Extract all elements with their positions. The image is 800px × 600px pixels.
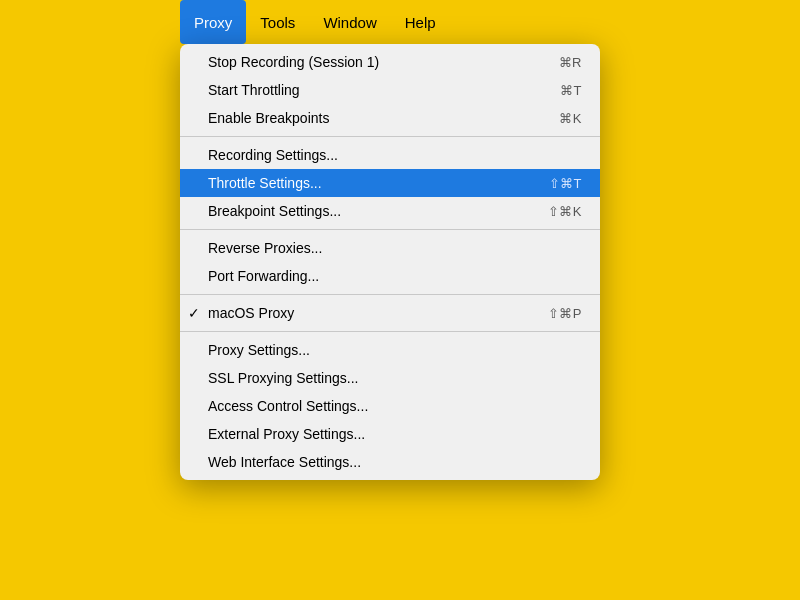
start-throttling-shortcut: ⌘T: [560, 83, 582, 98]
throttle-settings-shortcut: ⇧⌘T: [549, 176, 582, 191]
menubar: Proxy Tools Window Help: [180, 0, 450, 44]
menu-item-port-forwarding[interactable]: Port Forwarding...: [180, 262, 600, 290]
breakpoint-settings-shortcut: ⇧⌘K: [548, 204, 582, 219]
start-throttling-label: Start Throttling: [208, 82, 560, 98]
stop-recording-shortcut: ⌘R: [559, 55, 582, 70]
separator-2: [180, 229, 600, 230]
menu-item-recording-settings[interactable]: Recording Settings...: [180, 141, 600, 169]
menu-item-external-proxy-settings[interactable]: External Proxy Settings...: [180, 420, 600, 448]
menu-item-macos-proxy[interactable]: ✓ macOS Proxy ⇧⌘P: [180, 299, 600, 327]
recording-settings-label: Recording Settings...: [208, 147, 582, 163]
menubar-item-tools[interactable]: Tools: [246, 0, 309, 44]
menu-item-breakpoint-settings[interactable]: Breakpoint Settings... ⇧⌘K: [180, 197, 600, 225]
menu-item-ssl-proxying-settings[interactable]: SSL Proxying Settings...: [180, 364, 600, 392]
separator-3: [180, 294, 600, 295]
macos-proxy-checkmark: ✓: [188, 305, 200, 321]
menubar-item-help[interactable]: Help: [391, 0, 450, 44]
separator-1: [180, 136, 600, 137]
external-proxy-settings-label: External Proxy Settings...: [208, 426, 582, 442]
access-control-settings-label: Access Control Settings...: [208, 398, 582, 414]
macos-proxy-label: macOS Proxy: [208, 305, 548, 321]
menu-item-throttle-settings[interactable]: Throttle Settings... ⇧⌘T: [180, 169, 600, 197]
enable-breakpoints-label: Enable Breakpoints: [208, 110, 559, 126]
menubar-item-proxy[interactable]: Proxy: [180, 0, 246, 44]
breakpoint-settings-label: Breakpoint Settings...: [208, 203, 548, 219]
ssl-proxying-settings-label: SSL Proxying Settings...: [208, 370, 582, 386]
menu-item-stop-recording[interactable]: Stop Recording (Session 1) ⌘R: [180, 48, 600, 76]
proxy-settings-label: Proxy Settings...: [208, 342, 582, 358]
enable-breakpoints-shortcut: ⌘K: [559, 111, 582, 126]
throttle-settings-label: Throttle Settings...: [208, 175, 549, 191]
menubar-window-label: Window: [323, 14, 376, 31]
menubar-tools-label: Tools: [260, 14, 295, 31]
separator-4: [180, 331, 600, 332]
menubar-help-label: Help: [405, 14, 436, 31]
web-interface-settings-label: Web Interface Settings...: [208, 454, 582, 470]
menu-item-start-throttling[interactable]: Start Throttling ⌘T: [180, 76, 600, 104]
menu-item-proxy-settings[interactable]: Proxy Settings...: [180, 336, 600, 364]
menu-item-enable-breakpoints[interactable]: Enable Breakpoints ⌘K: [180, 104, 600, 132]
macos-proxy-shortcut: ⇧⌘P: [548, 306, 582, 321]
menubar-proxy-label: Proxy: [194, 14, 232, 31]
stop-recording-label: Stop Recording (Session 1): [208, 54, 559, 70]
port-forwarding-label: Port Forwarding...: [208, 268, 582, 284]
proxy-dropdown-menu: Stop Recording (Session 1) ⌘R Start Thro…: [180, 44, 600, 480]
menu-item-reverse-proxies[interactable]: Reverse Proxies...: [180, 234, 600, 262]
reverse-proxies-label: Reverse Proxies...: [208, 240, 582, 256]
menu-item-access-control-settings[interactable]: Access Control Settings...: [180, 392, 600, 420]
menu-item-web-interface-settings[interactable]: Web Interface Settings...: [180, 448, 600, 476]
menubar-item-window[interactable]: Window: [309, 0, 390, 44]
